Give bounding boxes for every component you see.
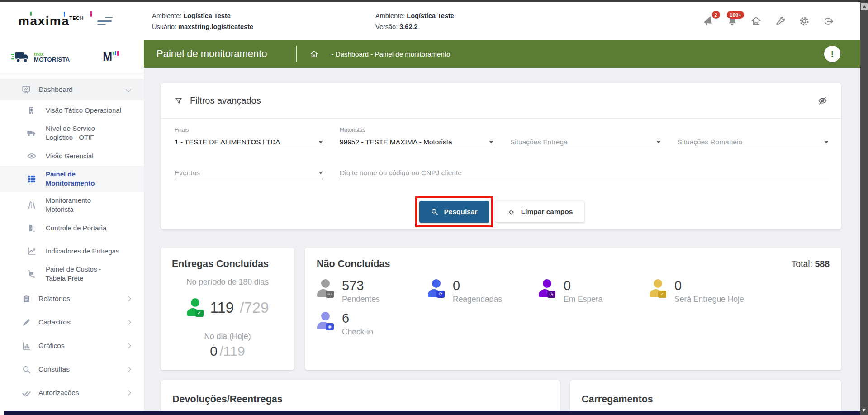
chevron-down-icon (318, 141, 323, 143)
maxima-tech-logo: maxima TECH (18, 11, 84, 31)
sidebar-item-indicadores-entregas[interactable]: Indicadores de Entregas (0, 241, 144, 261)
user-value: maxstring.logisticateste (178, 23, 253, 30)
dashboard-icon (21, 85, 32, 95)
road-icon (26, 200, 37, 210)
wrench-icon[interactable] (774, 15, 786, 27)
sidebar-item-nivel-servico-otif[interactable]: Nível de Servico Logístico - OTIF (0, 120, 144, 146)
period-value: 119 (210, 299, 234, 316)
card-title: Não Concluídas (317, 258, 390, 270)
hide-filters-icon[interactable] (817, 95, 828, 106)
chevron-right-icon (126, 343, 131, 348)
app-header: maxima TECH Ambiente: Logística Teste Us… (0, 2, 860, 40)
sidebar-item-visao-tatico-operacional[interactable]: Visão Tático Operacional (0, 100, 144, 120)
bottom-edge-bar (4, 411, 860, 415)
carregamentos-card: Carregamentos (570, 380, 841, 415)
pencil-icon (21, 318, 32, 327)
sidebar-item-visao-gerencial[interactable]: Visão Gerencial (0, 146, 144, 166)
chevron-down-icon (824, 141, 829, 143)
filiais-label: Filiais (175, 127, 323, 134)
motoristas-label: Motoristas (340, 127, 493, 134)
max-motorista-logo: max MOTORISTA (11, 50, 70, 64)
brand-suffix: TECH (69, 15, 84, 21)
notifications-bell-icon[interactable]: 100+ (726, 15, 738, 27)
chevron-right-icon (126, 320, 131, 324)
notifications-badge: 100+ (727, 11, 744, 19)
person-calendar-icon (649, 279, 667, 299)
breadcrumb-home-icon[interactable] (309, 49, 319, 59)
person-pending-icon (317, 279, 335, 299)
env-value: Logística Teste (183, 12, 230, 19)
search-icon (431, 208, 439, 216)
stat-pendentes: 573 Pendentes (317, 279, 427, 304)
logout-icon[interactable] (822, 15, 834, 27)
env-label-2: Ambiente: (375, 12, 405, 19)
chevron-down-icon (318, 172, 323, 174)
nao-concluidas-card: Não Concluídas Total: 588 573 Pendentes … (305, 248, 841, 370)
filter-situacoes-romaneio: Situações Romaneio (678, 127, 829, 148)
sidebar-item-painel-custos[interactable]: Painel de Custos - Tabela Frete (0, 261, 144, 287)
vertical-scrollbar[interactable] (860, 0, 868, 415)
gear-icon[interactable] (798, 15, 810, 27)
product-name: MOTORISTA (34, 56, 70, 63)
announcements-icon[interactable]: 2 (702, 15, 714, 27)
hand-truck-icon (26, 269, 37, 279)
eventos-select[interactable]: Eventos (175, 167, 323, 179)
alert-exclamation-icon[interactable]: ! (824, 46, 840, 62)
stat-sera-entregue-hoje: 0 Será Entregue Hoje (649, 279, 830, 304)
chevron-down-icon (126, 87, 131, 92)
sidebar-item-autorizacoes[interactable]: Autorizações (0, 381, 144, 405)
window-top-edge (0, 0, 868, 2)
today-value: 0 (210, 343, 218, 358)
sidebar-item-controle-portaria[interactable]: Controle de Portaria (0, 218, 144, 238)
scroll-up-arrow[interactable] (861, 3, 868, 10)
main-content: Filtros avançados Filiais 1 - TESTE DE A… (144, 68, 860, 415)
search-icon (21, 365, 32, 374)
env-value-2: Logística Teste (407, 12, 454, 19)
sidebar-item-relatorios[interactable]: Relatórios (0, 287, 144, 310)
search-button[interactable]: Pesquisar (419, 201, 489, 223)
filter-filiais: Filiais 1 - TESTE DE ALIMENTOS LTDA (175, 127, 323, 148)
situacoes-romaneio-select[interactable]: Situações Romaneio (678, 136, 829, 148)
logo-tick-green (30, 12, 32, 16)
double-check-icon (21, 388, 32, 398)
logo-tick-pink (90, 11, 92, 17)
breadcrumb: - Dashboard - Painel de monitoramento (332, 50, 451, 58)
today-label: No dia (Hoje) (161, 332, 294, 341)
chevron-down-icon (489, 141, 493, 143)
entregas-concluidas-card: Entregas Concluídas No período de 180 di… (161, 248, 294, 370)
filter-eventos: Eventos (175, 167, 323, 179)
card-title: Entregas Concluídas (172, 258, 294, 270)
home-icon[interactable] (750, 15, 762, 27)
sidebar-item-consultas[interactable]: Consultas (0, 358, 144, 381)
today-total: /119 (219, 343, 245, 358)
logo-tick-blue (64, 12, 65, 17)
sidebar-item-cadastros[interactable]: Cadastros (0, 310, 144, 334)
stat-em-espera: 0 Em Espera (538, 279, 649, 304)
version-label: Versão: (375, 23, 398, 30)
sidebar-item-monitoramento-motorista[interactable]: Monitoramento Motorista (0, 192, 144, 218)
eye-icon (26, 151, 37, 161)
filiais-select[interactable]: 1 - TESTE DE ALIMENTOS LTDA (175, 136, 323, 148)
period-label: No período de 180 dias (161, 277, 294, 287)
cliente-input[interactable]: Digite nome ou código ou CNPJ cliente (340, 167, 829, 179)
menu-toggle-icon[interactable] (97, 17, 113, 26)
sidebar-item-graficos[interactable]: Gráficos (0, 334, 144, 358)
scroll-down-arrow[interactable] (862, 409, 866, 412)
filters-title: Filtros avançados (190, 95, 261, 106)
brand-name: maxima (18, 11, 69, 31)
sidebar-item-dashboard[interactable]: Dashboard (0, 79, 144, 100)
card-title: Devoluções/Reentregas (172, 394, 548, 405)
period-total: /729 (240, 299, 269, 316)
door-icon (26, 224, 37, 233)
total-badge: Total: 588 (791, 259, 830, 269)
page-title-bar: Painel de monitoramento - Dashboard - Pa… (144, 40, 860, 68)
filters-card: Filtros avançados Filiais 1 - TESTE DE A… (161, 83, 841, 229)
clear-fields-button[interactable]: Limpar campos (495, 201, 584, 222)
sidebar-menu: Dashboard Visão Tático Operacional Nível… (0, 74, 144, 405)
delivery-truck-icon (26, 128, 37, 138)
motoristas-select[interactable]: 99952 - TESTE MAXIMA - Motorista (340, 136, 493, 148)
filter-situacoes-entrega: Situações Entrega (510, 127, 661, 148)
person-wait-icon (538, 279, 556, 299)
sidebar-item-painel-monitoramento[interactable]: Painel de Monitoramento (0, 166, 144, 192)
situacoes-entrega-select[interactable]: Situações Entrega (510, 136, 661, 148)
